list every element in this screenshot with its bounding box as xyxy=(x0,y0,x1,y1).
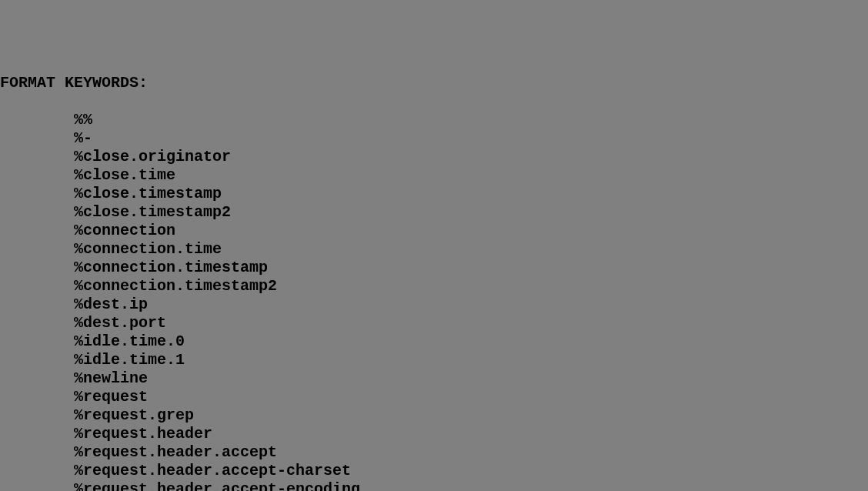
keyword-item: %dest.port xyxy=(0,314,868,332)
keyword-item: %request.header.accept-charset xyxy=(0,462,868,480)
keyword-item: %connection.time xyxy=(0,240,868,259)
keyword-item: %close.timestamp2 xyxy=(0,203,868,222)
keyword-item: %close.originator xyxy=(0,148,868,166)
keyword-item: %close.time xyxy=(0,166,868,185)
keyword-item: %request.header.accept-encoding xyxy=(0,480,868,491)
keyword-item: %- xyxy=(0,129,868,148)
section-heading: FORMAT KEYWORDS: xyxy=(0,74,868,92)
keyword-item: %request.grep xyxy=(0,406,868,425)
keyword-list: %%%-%close.originator%close.time%close.t… xyxy=(0,111,868,491)
keyword-item: %request.header.accept xyxy=(0,443,868,462)
keyword-item: %connection xyxy=(0,222,868,240)
keyword-item: %% xyxy=(0,111,868,129)
keyword-item: %idle.time.0 xyxy=(0,332,868,351)
keyword-item: %dest.ip xyxy=(0,296,868,314)
keyword-item: %idle.time.1 xyxy=(0,351,868,369)
keyword-item: %connection.timestamp xyxy=(0,259,868,277)
keyword-item: %request.header xyxy=(0,425,868,443)
keyword-item: %connection.timestamp2 xyxy=(0,277,868,296)
keyword-item: %request xyxy=(0,388,868,406)
keyword-item: %newline xyxy=(0,369,868,388)
keyword-item: %close.timestamp xyxy=(0,185,868,203)
